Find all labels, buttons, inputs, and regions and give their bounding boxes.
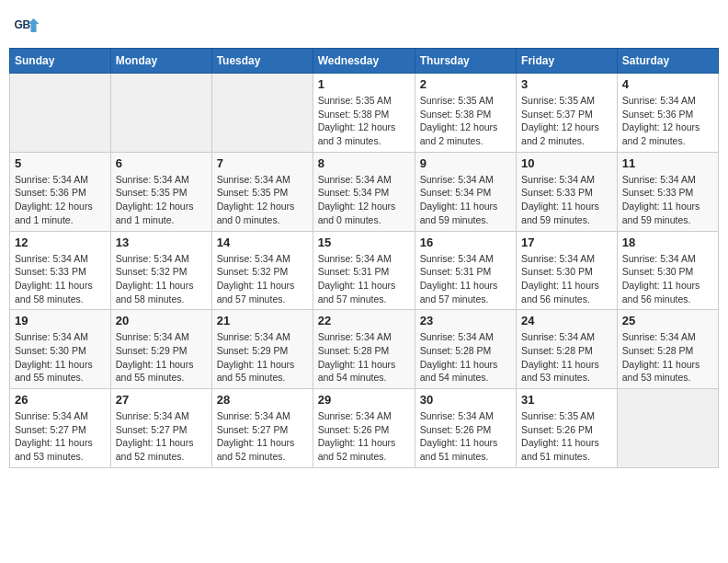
- day-number: 2: [420, 77, 511, 91]
- calendar-cell: 12Sunrise: 5:34 AMSunset: 5:33 PMDayligh…: [10, 231, 111, 310]
- logo-icon: G B: [13, 13, 40, 40]
- calendar-body: 1Sunrise: 5:35 AMSunset: 5:38 PMDaylight…: [10, 74, 719, 468]
- day-info: Sunrise: 5:34 AMSunset: 5:29 PMDaylight:…: [116, 330, 207, 385]
- day-number: 30: [420, 393, 511, 407]
- calendar-cell: 31Sunrise: 5:35 AMSunset: 5:26 PMDayligh…: [517, 389, 618, 468]
- svg-text:B: B: [23, 18, 31, 31]
- day-info: Sunrise: 5:35 AMSunset: 5:37 PMDaylight:…: [521, 94, 612, 148]
- day-number: 28: [217, 393, 308, 407]
- calendar-cell: [211, 74, 313, 153]
- day-number: 3: [521, 77, 612, 91]
- day-number: 9: [420, 156, 511, 170]
- day-number: 26: [15, 393, 106, 407]
- day-number: 5: [15, 156, 106, 170]
- weekday-header: Wednesday: [313, 49, 415, 74]
- calendar-cell: 1Sunrise: 5:35 AMSunset: 5:38 PMDaylight…: [313, 74, 415, 153]
- calendar-cell: 13Sunrise: 5:34 AMSunset: 5:32 PMDayligh…: [110, 231, 211, 310]
- calendar-cell: 4Sunrise: 5:34 AMSunset: 5:36 PMDaylight…: [617, 74, 718, 153]
- calendar-cell: 24Sunrise: 5:34 AMSunset: 5:28 PMDayligh…: [517, 310, 618, 389]
- day-info: Sunrise: 5:34 AMSunset: 5:30 PMDaylight:…: [521, 252, 612, 306]
- day-info: Sunrise: 5:34 AMSunset: 5:28 PMDaylight:…: [521, 330, 612, 385]
- weekday-header: Friday: [517, 49, 618, 74]
- day-number: 29: [318, 393, 410, 407]
- day-info: Sunrise: 5:34 AMSunset: 5:36 PMDaylight:…: [622, 94, 713, 148]
- weekday-header: Thursday: [415, 49, 516, 74]
- day-number: 18: [622, 236, 713, 249]
- page-header: G B: [9, 9, 719, 40]
- calendar-cell: [617, 389, 718, 468]
- calendar-cell: 14Sunrise: 5:34 AMSunset: 5:32 PMDayligh…: [211, 231, 313, 310]
- day-number: 15: [318, 236, 410, 249]
- day-number: 16: [420, 236, 511, 249]
- calendar-cell: 10Sunrise: 5:34 AMSunset: 5:33 PMDayligh…: [517, 152, 618, 231]
- day-number: 22: [318, 314, 410, 327]
- calendar-cell: 19Sunrise: 5:34 AMSunset: 5:30 PMDayligh…: [10, 310, 111, 389]
- day-info: Sunrise: 5:34 AMSunset: 5:32 PMDaylight:…: [217, 252, 308, 306]
- day-number: 12: [15, 236, 106, 249]
- week-row: 26Sunrise: 5:34 AMSunset: 5:27 PMDayligh…: [10, 389, 719, 468]
- day-info: Sunrise: 5:34 AMSunset: 5:28 PMDaylight:…: [420, 330, 511, 385]
- calendar-cell: 5Sunrise: 5:34 AMSunset: 5:36 PMDaylight…: [10, 152, 111, 231]
- day-number: 17: [521, 236, 612, 249]
- calendar-cell: 17Sunrise: 5:34 AMSunset: 5:30 PMDayligh…: [517, 231, 618, 310]
- day-info: Sunrise: 5:34 AMSunset: 5:35 PMDaylight:…: [116, 173, 207, 227]
- calendar-cell: 30Sunrise: 5:34 AMSunset: 5:26 PMDayligh…: [415, 389, 516, 468]
- day-info: Sunrise: 5:34 AMSunset: 5:33 PMDaylight:…: [521, 173, 612, 227]
- day-number: 31: [521, 393, 612, 407]
- week-row: 1Sunrise: 5:35 AMSunset: 5:38 PMDaylight…: [10, 74, 719, 153]
- calendar-cell: 23Sunrise: 5:34 AMSunset: 5:28 PMDayligh…: [415, 310, 516, 389]
- day-number: 19: [15, 314, 106, 327]
- calendar: SundayMondayTuesdayWednesdayThursdayFrid…: [9, 48, 719, 468]
- calendar-cell: 26Sunrise: 5:34 AMSunset: 5:27 PMDayligh…: [10, 389, 111, 468]
- day-info: Sunrise: 5:34 AMSunset: 5:31 PMDaylight:…: [420, 252, 511, 306]
- calendar-cell: 28Sunrise: 5:34 AMSunset: 5:27 PMDayligh…: [211, 389, 313, 468]
- day-info: Sunrise: 5:34 AMSunset: 5:35 PMDaylight:…: [217, 173, 308, 227]
- calendar-cell: 2Sunrise: 5:35 AMSunset: 5:38 PMDaylight…: [415, 74, 516, 153]
- calendar-cell: [10, 74, 111, 153]
- day-info: Sunrise: 5:34 AMSunset: 5:30 PMDaylight:…: [15, 330, 106, 385]
- calendar-cell: 8Sunrise: 5:34 AMSunset: 5:34 PMDaylight…: [313, 152, 415, 231]
- day-info: Sunrise: 5:34 AMSunset: 5:28 PMDaylight:…: [318, 330, 410, 385]
- day-number: 4: [622, 77, 713, 91]
- calendar-cell: 21Sunrise: 5:34 AMSunset: 5:29 PMDayligh…: [211, 310, 313, 389]
- svg-text:G: G: [15, 18, 23, 31]
- calendar-cell: 29Sunrise: 5:34 AMSunset: 5:26 PMDayligh…: [313, 389, 415, 468]
- weekday-header: Saturday: [617, 49, 718, 74]
- day-info: Sunrise: 5:34 AMSunset: 5:33 PMDaylight:…: [15, 252, 106, 306]
- week-row: 19Sunrise: 5:34 AMSunset: 5:30 PMDayligh…: [10, 310, 719, 389]
- day-info: Sunrise: 5:35 AMSunset: 5:38 PMDaylight:…: [318, 94, 410, 148]
- logo: G B: [13, 13, 44, 40]
- day-info: Sunrise: 5:34 AMSunset: 5:30 PMDaylight:…: [622, 252, 713, 306]
- day-number: 23: [420, 314, 511, 327]
- day-info: Sunrise: 5:34 AMSunset: 5:27 PMDaylight:…: [116, 409, 207, 464]
- weekday-header: Monday: [110, 49, 211, 74]
- calendar-cell: 11Sunrise: 5:34 AMSunset: 5:33 PMDayligh…: [617, 152, 718, 231]
- day-number: 21: [217, 314, 308, 327]
- day-info: Sunrise: 5:34 AMSunset: 5:34 PMDaylight:…: [420, 173, 511, 227]
- day-number: 24: [521, 314, 612, 327]
- day-number: 7: [217, 156, 308, 170]
- day-info: Sunrise: 5:34 AMSunset: 5:27 PMDaylight:…: [15, 409, 106, 464]
- day-info: Sunrise: 5:34 AMSunset: 5:27 PMDaylight:…: [217, 409, 308, 464]
- calendar-cell: 15Sunrise: 5:34 AMSunset: 5:31 PMDayligh…: [313, 231, 415, 310]
- calendar-cell: 16Sunrise: 5:34 AMSunset: 5:31 PMDayligh…: [415, 231, 516, 310]
- week-row: 5Sunrise: 5:34 AMSunset: 5:36 PMDaylight…: [10, 152, 719, 231]
- day-info: Sunrise: 5:34 AMSunset: 5:31 PMDaylight:…: [318, 252, 410, 306]
- day-info: Sunrise: 5:34 AMSunset: 5:33 PMDaylight:…: [622, 173, 713, 227]
- calendar-cell: 27Sunrise: 5:34 AMSunset: 5:27 PMDayligh…: [110, 389, 211, 468]
- day-info: Sunrise: 5:34 AMSunset: 5:34 PMDaylight:…: [318, 173, 410, 227]
- week-row: 12Sunrise: 5:34 AMSunset: 5:33 PMDayligh…: [10, 231, 719, 310]
- calendar-cell: 6Sunrise: 5:34 AMSunset: 5:35 PMDaylight…: [110, 152, 211, 231]
- day-info: Sunrise: 5:35 AMSunset: 5:38 PMDaylight:…: [420, 94, 511, 148]
- day-number: 25: [622, 314, 713, 327]
- day-number: 11: [622, 156, 713, 170]
- day-number: 8: [318, 156, 410, 170]
- day-number: 1: [318, 77, 410, 91]
- day-info: Sunrise: 5:34 AMSunset: 5:26 PMDaylight:…: [318, 409, 410, 464]
- calendar-cell: 20Sunrise: 5:34 AMSunset: 5:29 PMDayligh…: [110, 310, 211, 389]
- day-number: 13: [116, 236, 207, 249]
- day-info: Sunrise: 5:34 AMSunset: 5:36 PMDaylight:…: [15, 173, 106, 227]
- calendar-cell: 3Sunrise: 5:35 AMSunset: 5:37 PMDaylight…: [517, 74, 618, 153]
- day-info: Sunrise: 5:34 AMSunset: 5:26 PMDaylight:…: [420, 409, 511, 464]
- calendar-cell: 18Sunrise: 5:34 AMSunset: 5:30 PMDayligh…: [617, 231, 718, 310]
